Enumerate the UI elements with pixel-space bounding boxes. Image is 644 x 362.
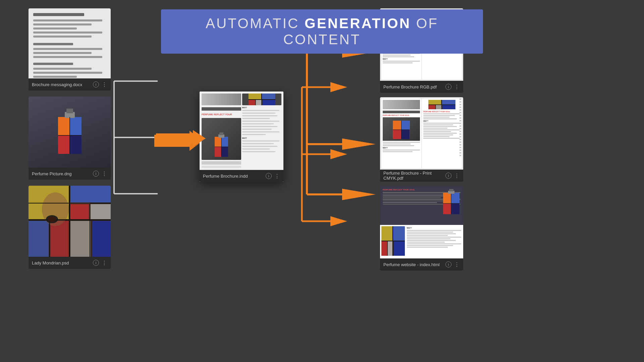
info-icon-cmyk[interactable]: i <box>445 173 451 179</box>
svg-rect-36 <box>215 137 221 147</box>
title-text: AUTOMATIC GENERATION OF CONTENT <box>206 15 438 47</box>
perfume-card-icons: i ⋮ <box>93 171 107 177</box>
more-icon-2[interactable]: ⋮ <box>102 171 107 177</box>
info-icon-2[interactable]: i <box>93 171 99 177</box>
main-left-arrow <box>156 130 206 147</box>
center-left-arrow-svg <box>154 131 205 151</box>
svg-point-27 <box>48 217 56 222</box>
info-icon-web[interactable]: i <box>445 261 451 267</box>
svg-marker-58 <box>330 216 347 226</box>
svg-rect-6 <box>66 109 73 113</box>
svg-rect-49 <box>262 100 275 105</box>
svg-rect-91 <box>451 193 460 203</box>
svg-rect-75 <box>393 121 401 130</box>
more-icon-rgb[interactable]: ⋮ <box>454 84 460 90</box>
right-bracket-svg <box>282 44 362 265</box>
doc-thumbnail <box>29 8 111 78</box>
cmyk-icons: i ⋮ <box>445 173 460 179</box>
svg-rect-86 <box>443 105 455 109</box>
svg-rect-3 <box>58 135 70 154</box>
svg-rect-101 <box>381 241 387 256</box>
svg-rect-38 <box>215 147 221 157</box>
svg-rect-45 <box>248 94 261 99</box>
doc-card-footer: Brochure messaging.docx i ⋮ <box>29 78 111 90</box>
svg-rect-43 <box>219 132 223 135</box>
brochure-inner: PERFUME REFLECT YOUR <box>200 92 283 170</box>
doc-card-icons: i ⋮ <box>93 81 107 88</box>
svg-rect-83 <box>442 100 455 105</box>
doc-card-label: Brochure messaging.docx <box>32 82 82 87</box>
svg-rect-77 <box>393 130 401 139</box>
info-icon-center[interactable]: i <box>266 173 272 179</box>
svg-marker-34 <box>154 131 203 151</box>
svg-marker-57 <box>330 149 347 159</box>
perfume-card-footer: Perfume Picture.dng i ⋮ <box>29 168 111 180</box>
svg-rect-4 <box>70 135 82 154</box>
svg-rect-2 <box>70 117 82 135</box>
svg-rect-82 <box>429 100 441 105</box>
rgb-label: Perfume Brochure RGB.pdf <box>383 84 437 89</box>
mondrian-svg <box>29 186 111 257</box>
cmyk-inner: PERFUME REFLECT YOUR SOUL WHY? <box>380 97 463 170</box>
more-icon-web[interactable]: ⋮ <box>454 261 460 268</box>
doc-card: Brochure messaging.docx i ⋮ <box>29 8 111 90</box>
perfume-card: Perfume Picture.dng i ⋮ <box>29 97 111 180</box>
svg-rect-85 <box>436 105 442 109</box>
svg-rect-48 <box>256 100 262 105</box>
website-card: PERFUME REFLECT YOUR SOUL <box>380 186 463 270</box>
mondrian-card-icons: i ⋮ <box>93 260 107 266</box>
svg-rect-102 <box>388 241 393 256</box>
info-icon-rgb[interactable]: i <box>445 84 451 90</box>
svg-rect-97 <box>449 189 453 191</box>
svg-rect-92 <box>443 203 451 214</box>
brochure-icons: i ⋮ <box>266 173 280 179</box>
website-icons: i ⋮ <box>445 261 460 268</box>
info-icon-3[interactable]: i <box>93 260 99 266</box>
svg-rect-93 <box>451 203 460 214</box>
mondrian-card: Lady Mondrian.psd i ⋮ <box>29 186 111 269</box>
website-footer: Perfume website - index.html i ⋮ <box>380 258 463 270</box>
svg-rect-84 <box>429 105 435 109</box>
svg-rect-46 <box>262 94 275 99</box>
cmyk-label: Perfume Brochure - Print CMYK.pdf <box>383 171 445 181</box>
brochure-label: Perfume Brochure.indd <box>203 174 248 179</box>
perfume-bottle-svg <box>55 107 85 157</box>
more-icon-3[interactable]: ⋮ <box>102 260 107 266</box>
mondrian-card-footer: Lady Mondrian.psd i ⋮ <box>29 257 111 269</box>
mondrian-thumbnail <box>29 186 111 257</box>
cmyk-footer: Perfume Brochure - Print CMYK.pdf i ⋮ <box>380 170 463 182</box>
svg-rect-76 <box>401 121 410 130</box>
brochure-footer: Perfume Brochure.indd i ⋮ <box>200 170 283 182</box>
svg-rect-78 <box>401 130 410 139</box>
left-bracket-svg <box>111 44 168 231</box>
more-icon[interactable]: ⋮ <box>102 81 107 88</box>
website-inner: PERFUME REFLECT YOUR SOUL <box>380 186 463 258</box>
svg-rect-90 <box>443 193 451 203</box>
svg-rect-37 <box>221 137 228 147</box>
svg-marker-112 <box>342 138 376 150</box>
mondrian-card-label: Lady Mondrian.psd <box>32 260 69 265</box>
center-brochure-card: PERFUME REFLECT YOUR <box>200 92 283 182</box>
website-label: Perfume website - index.html <box>383 262 440 267</box>
rgb-icons: i ⋮ <box>445 84 460 90</box>
info-icon[interactable]: i <box>93 81 99 87</box>
svg-marker-106 <box>156 130 206 147</box>
more-icon-center[interactable]: ⋮ <box>274 173 280 179</box>
svg-rect-47 <box>248 100 255 105</box>
rgb-footer: Perfume Brochure RGB.pdf i ⋮ <box>380 81 463 93</box>
svg-marker-56 <box>330 82 347 92</box>
svg-rect-103 <box>394 241 405 256</box>
svg-rect-39 <box>221 147 228 157</box>
svg-rect-1 <box>58 117 70 135</box>
svg-rect-100 <box>393 226 405 241</box>
perfume-thumbnail <box>29 97 111 168</box>
svg-rect-99 <box>381 226 392 241</box>
cmyk-pdf-card: PERFUME REFLECT YOUR SOUL WHY? <box>380 97 463 182</box>
title-banner: AUTOMATIC GENERATION OF CONTENT <box>161 9 483 54</box>
svg-marker-113 <box>342 189 376 200</box>
perfume-card-label: Perfume Picture.dng <box>32 171 72 176</box>
more-icon-cmyk[interactable]: ⋮ <box>454 173 460 179</box>
